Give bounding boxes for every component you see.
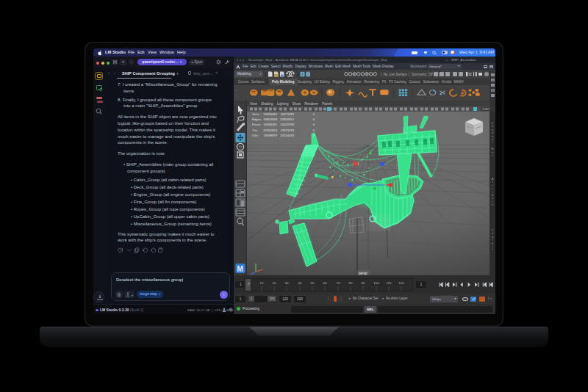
svg-text:Verts:: Verts: xyxy=(252,112,260,116)
svg-text:60: 60 xyxy=(323,281,327,285)
svg-text:50: 50 xyxy=(311,281,315,285)
svg-text:16946481: 16946481 xyxy=(263,123,277,126)
svg-text:20: 20 xyxy=(273,281,276,285)
svg-text:90: 90 xyxy=(362,281,365,285)
svg-text:10: 10 xyxy=(260,281,264,285)
svg-text:0: 0 xyxy=(248,281,251,285)
svg-text:UVs:: UVs: xyxy=(252,134,259,137)
svg-text:19234439: 19234439 xyxy=(280,134,294,137)
svg-text:120: 120 xyxy=(398,281,404,285)
svg-text:110: 110 xyxy=(387,281,392,285)
svg-text:32826901: 32826901 xyxy=(280,117,294,121)
svg-text:32591863: 32591863 xyxy=(263,128,277,132)
svg-text:16894495: 16894495 xyxy=(263,112,277,116)
svg-text:16271183: 16271183 xyxy=(281,112,295,116)
svg-text:Tris:: Tris: xyxy=(252,128,258,132)
svg-text:40: 40 xyxy=(298,281,302,285)
svg-text:33903568: 33903568 xyxy=(263,117,277,121)
svg-text:M: M xyxy=(237,265,243,273)
svg-text:Edges:: Edges: xyxy=(252,117,262,121)
svg-text:100: 100 xyxy=(373,281,379,285)
svg-text:16432938: 16432938 xyxy=(280,123,294,126)
svg-text:30: 30 xyxy=(285,281,289,285)
svg-text:33921199: 33921199 xyxy=(281,128,295,132)
svg-text:Faces:: Faces: xyxy=(252,123,262,126)
svg-text:70: 70 xyxy=(337,281,340,285)
svg-text:80: 80 xyxy=(349,281,353,285)
svg-text:19188879: 19188879 xyxy=(263,134,277,137)
svg-text:persp: persp xyxy=(359,272,368,275)
